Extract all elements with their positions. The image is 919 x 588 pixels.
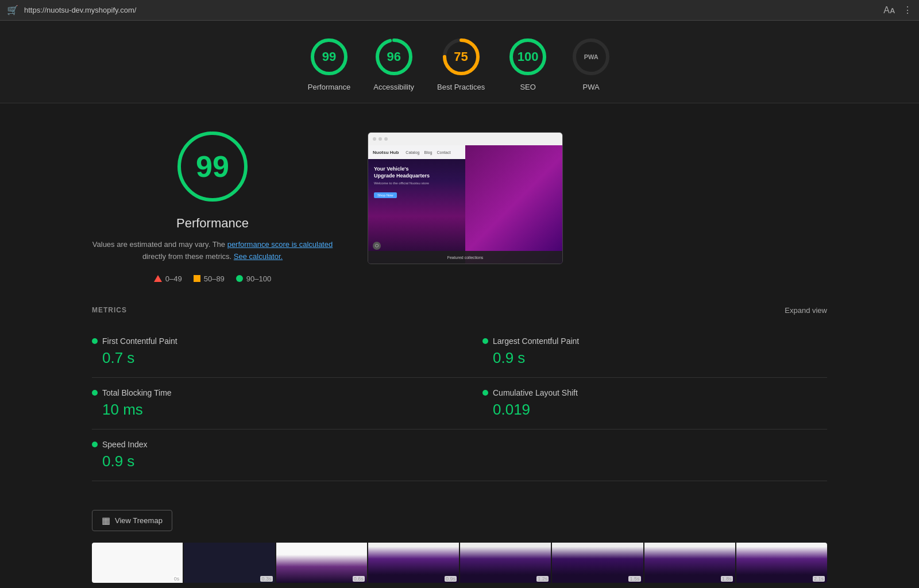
ss-icon: ⬡	[373, 242, 381, 250]
ss-logo: Nuotsu Hub	[373, 150, 399, 155]
topbar: 🛒 https://nuotsu-dev.myshopify.com/ Aᴀ ⋮	[0, 0, 919, 21]
translate-icon[interactable]: Aᴀ	[883, 5, 895, 16]
metrics-title: METRICS	[92, 306, 127, 314]
pass-icon	[236, 275, 243, 282]
url-bar[interactable]: https://nuotsu-dev.myshopify.com/	[24, 6, 878, 14]
fcp-name: First Contentful Paint	[102, 336, 177, 346]
average-range: 50–89	[204, 274, 225, 283]
treemap-label: View Treemap	[115, 516, 163, 525]
section-title: Performance	[176, 216, 249, 231]
tbt-dot	[92, 390, 98, 396]
frame-7-label: 2.1s	[813, 576, 825, 582]
desc-text-2: directly from these metrics.	[142, 252, 234, 261]
metric-fcp: First Contentful Paint 0.7 s	[92, 326, 460, 378]
metric-tbt: Total Blocking Time 10 ms	[92, 378, 460, 430]
metrics-section: METRICS Expand view First Contentful Pai…	[0, 306, 919, 498]
legend-pass: 90–100	[236, 274, 271, 283]
frame-2-label: 0.6s	[353, 576, 365, 582]
frame-1-label: 0.3s	[260, 576, 272, 582]
metric-empty	[460, 430, 827, 481]
lcp-value: 0.9 s	[482, 349, 816, 367]
score-tabs-row: 99 Performance 96 Accessibility 75 Best …	[0, 21, 919, 103]
best-practices-label: Best Practices	[437, 83, 485, 91]
metric-lcp: Largest Contentful Paint 0.9 s	[460, 326, 827, 378]
accessibility-label: Accessibility	[373, 83, 414, 91]
frame-5-label: 1.5s	[628, 576, 640, 582]
lcp-name: Largest Contentful Paint	[493, 336, 579, 346]
main-content: 99 Performance Values are estimated and …	[0, 103, 919, 306]
cls-dot	[482, 390, 488, 396]
ss-overlay	[465, 145, 562, 264]
big-performance-score: 99	[196, 149, 229, 184]
seo-score: 100	[518, 49, 539, 64]
best-practices-circle: 75	[441, 37, 481, 77]
tab-best-practices[interactable]: 75 Best Practices	[437, 37, 485, 91]
cls-name: Cumulative Layout Shift	[493, 388, 578, 397]
left-panel: 99 Performance Values are estimated and …	[92, 126, 333, 283]
si-value: 0.9 s	[92, 452, 448, 470]
performance-score: 99	[322, 49, 336, 64]
pwa-circle: PWA	[571, 37, 611, 77]
frame-3: 0.9s	[368, 543, 459, 583]
filmstrip: 0s 0.3s 0.6s 0.9s 1.2s 1.5s 1.8s 2.1s	[92, 543, 827, 583]
frame-2: 0.6s	[276, 543, 367, 583]
desc-text-1: Values are estimated and may vary. The	[92, 240, 227, 249]
seo-circle: 100	[508, 37, 548, 77]
dot1	[373, 137, 376, 141]
treemap-icon: ▦	[102, 515, 110, 526]
si-dot	[92, 442, 98, 447]
tab-performance[interactable]: 99 Performance	[308, 37, 350, 91]
perf-score-link[interactable]: performance score is calculated	[227, 240, 333, 249]
frame-6-label: 1.8s	[721, 576, 733, 582]
screenshot-browser-bar	[368, 133, 562, 145]
accessibility-circle: 96	[374, 37, 414, 77]
frame-6: 1.8s	[644, 543, 735, 583]
cls-header: Cumulative Layout Shift	[482, 388, 816, 397]
fcp-header: First Contentful Paint	[92, 336, 448, 346]
si-header: Speed Index	[92, 440, 448, 449]
tab-seo[interactable]: 100 SEO	[508, 37, 548, 91]
frame-4-label: 1.2s	[536, 576, 549, 582]
dot3	[384, 137, 388, 141]
treemap-button[interactable]: ▦ View Treemap	[92, 510, 172, 531]
legend-average: 50–89	[194, 274, 225, 283]
performance-label: Performance	[308, 83, 350, 91]
tab-pwa[interactable]: PWA PWA	[571, 37, 611, 91]
accessibility-score: 96	[387, 49, 400, 64]
seo-label: SEO	[520, 83, 535, 91]
calculator-link[interactable]: See calculator.	[234, 252, 283, 261]
tab-accessibility[interactable]: 96 Accessibility	[373, 37, 414, 91]
fail-range: 0–49	[165, 274, 182, 283]
tbt-header: Total Blocking Time	[92, 388, 448, 397]
lcp-dot	[482, 338, 488, 344]
legend-fail: 0–49	[154, 274, 182, 283]
performance-circle: 99	[309, 37, 349, 77]
frame-5: 1.5s	[552, 543, 643, 583]
pass-range: 90–100	[246, 274, 271, 283]
best-practices-score: 75	[454, 49, 468, 64]
pwa-score: PWA	[584, 53, 598, 60]
frame-4: 1.2s	[460, 543, 551, 583]
favicon: 🛒	[7, 5, 18, 16]
frame-1: 0.3s	[184, 543, 275, 583]
metrics-header: METRICS Expand view	[92, 306, 827, 315]
fail-icon	[154, 275, 162, 282]
more-menu-icon[interactable]: ⋮	[903, 5, 912, 16]
big-performance-circle: 99	[172, 126, 253, 207]
fcp-dot	[92, 338, 98, 344]
ss-hero-btn: Shop Now	[374, 192, 397, 198]
ss-nav-links: Catalog Blog Contact	[406, 150, 450, 154]
tbt-value: 10 ms	[92, 401, 448, 419]
frame-0: 0s	[92, 543, 183, 583]
metrics-grid: First Contentful Paint 0.7 s Largest Con…	[92, 326, 827, 481]
frame-7: 2.1s	[736, 543, 827, 583]
screenshot-content: Nuotsu Hub Catalog Blog Contact Your Veh…	[368, 145, 562, 264]
average-icon	[194, 275, 200, 282]
si-name: Speed Index	[102, 440, 148, 449]
expand-view-btn[interactable]: Expand view	[785, 306, 827, 315]
legend: 0–49 50–89 90–100	[154, 274, 271, 283]
site-screenshot: Nuotsu Hub Catalog Blog Contact Your Veh…	[368, 132, 563, 264]
dot2	[379, 137, 382, 141]
description-text: Values are estimated and may vary. The p…	[92, 239, 333, 263]
ss-featured: Featured collections	[368, 251, 562, 264]
